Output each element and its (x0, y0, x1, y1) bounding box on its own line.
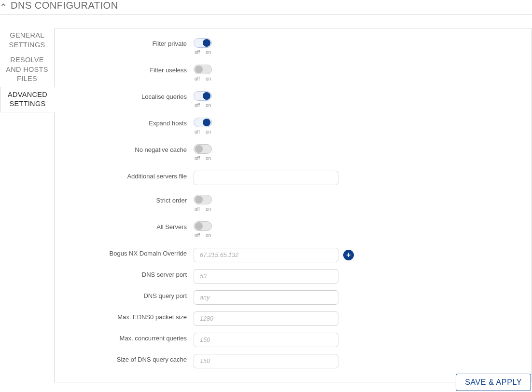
toggle-filter-useless[interactable] (194, 65, 212, 74)
input-max-concurrent[interactable] (194, 333, 338, 347)
label-dns-query-port: DNS query port (64, 290, 194, 299)
label-bogus-nx: Bogus NX Domain Override (64, 248, 194, 257)
tab-advanced-settings[interactable]: ADVANCED SETTINGS (0, 87, 55, 112)
input-bogus-nx[interactable] (194, 248, 338, 262)
label-cache-size: Size of DNS query cache (64, 354, 194, 363)
section-title: DNS CONFIGURATION (11, 0, 118, 11)
label-all-servers: All Servers (64, 221, 194, 230)
label-expand-hosts: Expand hosts (64, 118, 194, 127)
tab-general-settings[interactable]: GENERAL SETTINGS (0, 28, 54, 53)
settings-panel: Filter private offon Filter useless offo… (54, 28, 532, 382)
label-filter-useless: Filter useless (64, 65, 194, 74)
toggle-expand-hosts[interactable] (194, 118, 212, 127)
tabs: GENERAL SETTINGS RESOLVE AND HOSTS FILES… (0, 28, 54, 382)
label-max-concurrent: Max. concurrent queries (64, 333, 194, 342)
tab-resolve-hosts[interactable]: RESOLVE AND HOSTS FILES (0, 53, 54, 87)
save-apply-button[interactable]: SAVE & APPLY (456, 374, 531, 391)
input-dns-server-port[interactable] (194, 269, 338, 284)
toggle-localise-queries[interactable] (194, 91, 212, 101)
label-localise-queries: Localise queries (64, 91, 194, 100)
label-max-edns0: Max. EDNS0 packet size (64, 311, 194, 321)
chevron-up-icon[interactable] (0, 1, 7, 10)
input-max-edns0[interactable] (194, 311, 338, 326)
toggle-filter-private[interactable] (194, 38, 212, 48)
label-dns-server-port: DNS server port (64, 269, 194, 278)
toggle-no-negative-cache[interactable] (194, 144, 212, 154)
toggle-all-servers[interactable] (194, 221, 212, 231)
input-cache-size[interactable] (194, 354, 338, 368)
label-no-negative-cache: No negative cache (64, 144, 194, 153)
label-filter-private: Filter private (64, 38, 194, 47)
plus-icon: + (346, 251, 350, 259)
add-bogus-nx-button[interactable]: + (343, 250, 354, 260)
section-header: DNS CONFIGURATION (0, 0, 532, 14)
label-strict-order: Strict order (64, 195, 194, 204)
input-additional-servers-file[interactable] (194, 171, 338, 185)
label-additional-servers-file: Additional servers file (64, 171, 194, 180)
toggle-strict-order[interactable] (194, 195, 212, 204)
input-dns-query-port[interactable] (194, 290, 338, 305)
